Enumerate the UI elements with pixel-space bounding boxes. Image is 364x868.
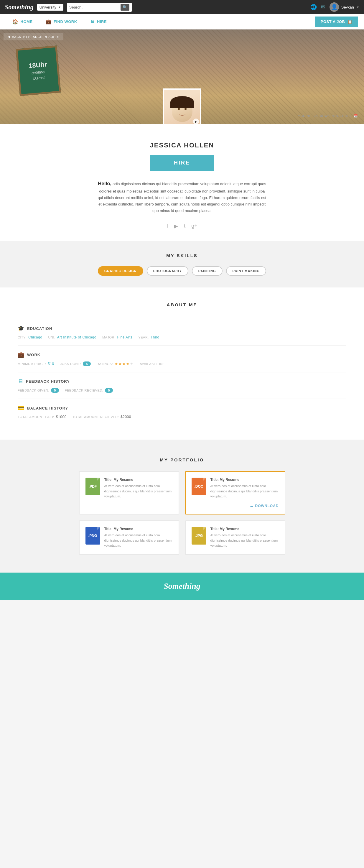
eyes-shape bbox=[178, 108, 187, 110]
portfolio-card-doc[interactable]: .DOC Title: My Resume At vero eos et acc… bbox=[185, 471, 285, 515]
feedback-icon: 🖥 bbox=[18, 378, 23, 384]
jpg-card-title: Title: My Resume bbox=[210, 527, 279, 531]
education-block: 🎓 EDUCATION CITY: Chicago UNI: Art Insti… bbox=[18, 319, 346, 345]
year-label: YEAR: bbox=[138, 336, 149, 339]
footer: Something bbox=[0, 572, 364, 600]
doc-card-info: Title: My Resume At vero eos et accusamu… bbox=[210, 478, 279, 499]
pinterest-icon[interactable]: ▶ bbox=[174, 223, 178, 229]
about-section: ABOUT ME 🎓 EDUCATION CITY: Chicago UNI: … bbox=[0, 287, 364, 440]
hair-shape bbox=[170, 96, 194, 108]
portfolio-grid: .PDF Title: My Resume At vero eos et acc… bbox=[79, 471, 285, 555]
portfolio-card-pdf[interactable]: .PDF Title: My Resume At vero eos et acc… bbox=[79, 471, 179, 515]
skill-tag-photography[interactable]: PHOTOGRAPHY bbox=[147, 266, 188, 276]
balance-received: TOTAL AMOUNT RECIEVED: $2000 bbox=[72, 415, 131, 419]
chalkboard-decoration: 18Uhr geöffnet D.Post bbox=[15, 45, 61, 96]
education-block-title: EDUCATION bbox=[27, 327, 52, 331]
facebook-icon[interactable]: f bbox=[167, 223, 168, 229]
user-area[interactable]: 👤 Sevkan ▼ bbox=[330, 2, 359, 12]
year-value: Third bbox=[151, 335, 160, 339]
pdf-file-icon: .PDF bbox=[86, 478, 100, 495]
png-card-title: Title: My Resume bbox=[104, 527, 173, 531]
header: Something University ▼ 🔍 🌐 ✉ 👤 Sevkan ▼ bbox=[0, 0, 364, 14]
png-card-desc: At vero eos et accusamus et iusto odio d… bbox=[104, 533, 173, 549]
globe-icon[interactable]: 🌐 bbox=[310, 4, 317, 10]
nav-find-work[interactable]: 💼 FIND WORK bbox=[39, 14, 84, 29]
education-major: MAJOR: Fine Arts bbox=[102, 335, 132, 339]
bio-hello: Hello, bbox=[98, 181, 111, 186]
twitter-icon[interactable]: t bbox=[184, 223, 186, 229]
work-block-title: WORK bbox=[27, 352, 40, 357]
jpg-file-icon: .JPG bbox=[192, 527, 206, 545]
smile-shape bbox=[179, 113, 186, 116]
balance-icon: 💳 bbox=[18, 405, 24, 411]
header-icons: 🌐 ✉ 👤 Sevkan ▼ bbox=[310, 2, 359, 12]
education-city: CITY: Chicago bbox=[18, 335, 42, 339]
uni-label: UNI: bbox=[48, 336, 56, 339]
university-dropdown[interactable]: University ▼ bbox=[37, 4, 63, 11]
education-header: 🎓 EDUCATION bbox=[18, 325, 346, 332]
googleplus-icon[interactable]: g+ bbox=[191, 223, 197, 229]
skill-tag-graphic-design[interactable]: GRAPHIC DESIGN bbox=[98, 266, 143, 276]
left-eye bbox=[178, 108, 180, 110]
work-header: 💼 WORK bbox=[18, 351, 346, 358]
city-value: Chicago bbox=[28, 335, 42, 339]
balance-received-value: $2000 bbox=[121, 415, 131, 419]
check-schedule-button[interactable]: CHECK JESSICA'S SCHEDULE 📅 bbox=[298, 114, 358, 118]
feedback-received: FEEDBACK RECIEVED: 5 bbox=[65, 388, 113, 393]
right-eye bbox=[185, 108, 187, 110]
nav-hire[interactable]: 🖥 HIRE bbox=[84, 14, 113, 29]
chalkboard-line1: geöffnet bbox=[31, 69, 45, 75]
download-button[interactable]: ☁ DOWNLOAD bbox=[192, 504, 279, 508]
feedback-block-title: FEEDBACK HISTORY bbox=[26, 379, 70, 383]
portfolio-title: MY PORTFOLIO bbox=[12, 457, 352, 462]
portfolio-card-top-png: .PNG Title: My Resume At vero eos et acc… bbox=[86, 527, 173, 549]
app-logo: Something bbox=[5, 3, 34, 11]
search-button[interactable]: 🔍 bbox=[121, 4, 129, 11]
portfolio-card-jpg[interactable]: .JPG Title: My Resume At vero eos et acc… bbox=[185, 520, 285, 555]
mail-icon[interactable]: ✉ bbox=[321, 4, 325, 10]
calendar-icon: 📅 bbox=[354, 114, 358, 118]
major-value: Fine Arts bbox=[117, 335, 133, 339]
schedule-label: CHECK JESSICA'S SCHEDULE bbox=[298, 115, 352, 118]
balance-block: 💳 BALANCE HISTORY TOTAL AMOUNT PAID: $10… bbox=[18, 399, 346, 425]
back-to-search-button[interactable]: ◀ BACK TO SEARCH RESULTS bbox=[4, 33, 63, 40]
work-available: AVAILABLE IN: bbox=[140, 362, 164, 366]
hero-section: 18Uhr geöffnet D.Post ◀ BACK TO SEARCH R… bbox=[0, 30, 364, 124]
jobs-done-label: JOBS DONE: bbox=[60, 362, 81, 366]
search-input[interactable] bbox=[69, 5, 119, 9]
available-label: AVAILABLE IN: bbox=[140, 362, 164, 366]
social-icons: f ▶ t g+ bbox=[6, 223, 358, 229]
jobs-done-value: 5 bbox=[83, 362, 91, 366]
bio-text: Hello, odio dignissimos dicimus qui blan… bbox=[97, 180, 268, 214]
skills-list: GRAPHIC DESIGN PHOTOGRAPHY PAINTING PRIN… bbox=[6, 266, 358, 276]
work-icon: 💼 bbox=[18, 351, 24, 358]
work-jobs-done: JOBS DONE: 5 bbox=[60, 362, 91, 366]
portfolio-card-png[interactable]: .PNG Title: My Resume At vero eos et acc… bbox=[79, 520, 179, 555]
balance-paid-value: $1000 bbox=[56, 415, 67, 419]
balance-row: TOTAL AMOUNT PAID: $1000 TOTAL AMOUNT RE… bbox=[18, 415, 346, 419]
hire-button[interactable]: HIRE bbox=[150, 155, 214, 171]
nav-home[interactable]: 🏠 HOME bbox=[6, 14, 39, 29]
feedback-given-value: 5 bbox=[51, 388, 59, 393]
briefcase-icon: 💼 bbox=[46, 19, 52, 25]
work-row: MINIMUM PRICE: $10 JOBS DONE: 5 RATINGS:… bbox=[18, 362, 346, 366]
education-year: YEAR: Third bbox=[138, 335, 159, 339]
nav-home-label: HOME bbox=[21, 20, 33, 24]
pdf-card-info: Title: My Resume At vero eos et accusamu… bbox=[104, 478, 173, 499]
portfolio-card-top-jpg: .JPG Title: My Resume At vero eos et acc… bbox=[192, 527, 279, 549]
download-label: DOWNLOAD bbox=[255, 504, 279, 508]
work-block: 💼 WORK MINIMUM PRICE: $10 JOBS DONE: 5 R… bbox=[18, 345, 346, 372]
skill-tag-painting[interactable]: PAINTING bbox=[192, 266, 223, 276]
face-shape bbox=[172, 100, 193, 122]
play-video-button[interactable]: ▶ bbox=[193, 119, 199, 124]
home-icon: 🏠 bbox=[12, 19, 19, 25]
balance-header: 💳 BALANCE HISTORY bbox=[18, 405, 346, 411]
skill-tag-print-making[interactable]: PRINT MAKING bbox=[226, 266, 266, 276]
feedback-row: FEEDBACK GIVEN: 5 FEEDBACK RECIEVED: 5 bbox=[18, 388, 346, 393]
avatar: 👤 bbox=[330, 2, 339, 12]
doc-card-desc: At vero eos et accusamus et iusto odio d… bbox=[210, 484, 279, 499]
education-uni: UNI: Art Institute of Chicago bbox=[48, 335, 96, 339]
about-title: ABOUT ME bbox=[18, 302, 346, 307]
download-icon: ☁ bbox=[250, 504, 254, 508]
post-job-button[interactable]: POST A JOB 📋 bbox=[315, 17, 358, 27]
